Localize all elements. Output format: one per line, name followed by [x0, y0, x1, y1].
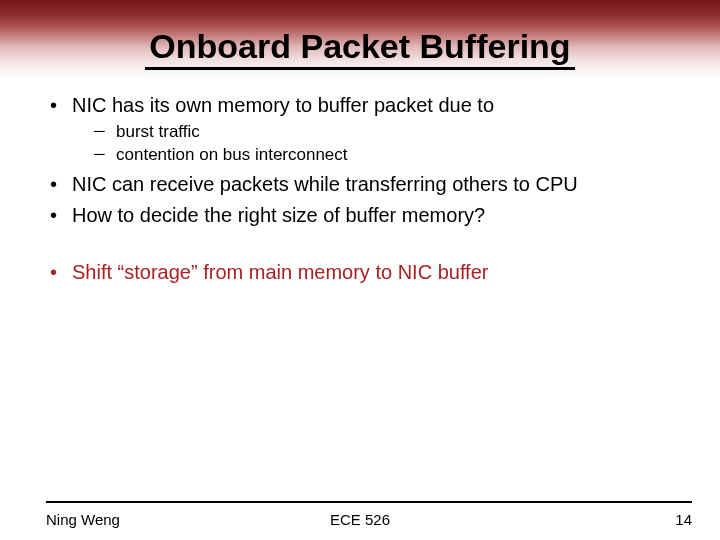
bullet-item: NIC can receive packets while transferri…: [46, 171, 692, 198]
sub-bullet-list: burst traffic contention on bus intercon…: [72, 121, 692, 167]
content-area: NIC has its own memory to buffer packet …: [0, 78, 720, 540]
footer: Ning Weng ECE 526 14: [0, 501, 720, 528]
bullet-item-emphasis: Shift “storage” from main memory to NIC …: [46, 259, 692, 286]
bullet-text: Shift “storage” from main memory to NIC …: [72, 261, 488, 283]
footer-author: Ning Weng: [46, 511, 120, 528]
bullet-item: NIC has its own memory to buffer packet …: [46, 92, 692, 167]
footer-divider: [46, 501, 692, 503]
bullet-text: NIC has its own memory to buffer packet …: [72, 94, 494, 116]
header-band: Onboard Packet Buffering: [0, 0, 720, 78]
sub-bullet-text: burst traffic: [116, 122, 200, 141]
spacer: [46, 233, 692, 259]
footer-page: 14: [675, 511, 692, 528]
footer-row: Ning Weng ECE 526 14: [46, 511, 692, 528]
bullet-list: NIC has its own memory to buffer packet …: [46, 92, 692, 229]
bullet-text: NIC can receive packets while transferri…: [72, 173, 578, 195]
slide-title: Onboard Packet Buffering: [145, 29, 574, 70]
bullet-text: How to decide the right size of buffer m…: [72, 204, 485, 226]
bullet-list-red: Shift “storage” from main memory to NIC …: [46, 259, 692, 286]
sub-bullet-item: contention on bus interconnect: [72, 144, 692, 167]
sub-bullet-text: contention on bus interconnect: [116, 145, 348, 164]
bullet-item: How to decide the right size of buffer m…: [46, 202, 692, 229]
slide: Onboard Packet Buffering NIC has its own…: [0, 0, 720, 540]
sub-bullet-item: burst traffic: [72, 121, 692, 144]
